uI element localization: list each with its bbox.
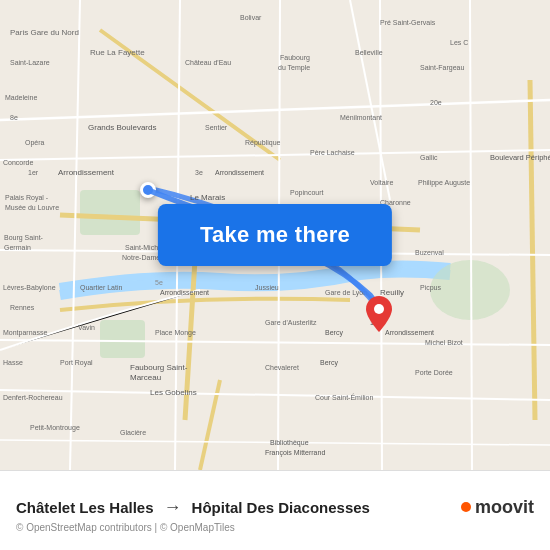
svg-text:Bercy: Bercy [325, 329, 343, 337]
svg-text:Les C: Les C [450, 39, 468, 46]
route-row: Châtelet Les Halles → Hôpital Des Diacon… [0, 489, 550, 522]
svg-text:Marceau: Marceau [130, 373, 161, 382]
svg-text:Gallic: Gallic [420, 154, 438, 161]
map-container: Paris Gare du Nord Bolivar Pré Saint-Ger… [0, 0, 550, 470]
svg-text:Opéra: Opéra [25, 139, 45, 147]
copyright-text: © OpenStreetMap contributors | © OpenMap… [16, 522, 235, 533]
svg-text:Gare de Lyon: Gare de Lyon [325, 289, 367, 297]
destination-label: Hôpital Des Diaconesses [192, 499, 370, 516]
svg-rect-3 [100, 320, 145, 358]
svg-text:Arrondissement: Arrondissement [160, 289, 209, 296]
svg-text:Jussieu: Jussieu [255, 284, 279, 291]
svg-point-2 [430, 260, 510, 320]
svg-text:3e: 3e [195, 169, 203, 176]
svg-text:Montparnasse: Montparnasse [3, 329, 47, 337]
svg-text:Bibliothèque: Bibliothèque [270, 439, 309, 447]
svg-text:20e: 20e [430, 99, 442, 106]
svg-text:Notre-Dame: Notre-Dame [122, 254, 160, 261]
svg-text:1er: 1er [28, 169, 39, 176]
svg-text:Père Lachaise: Père Lachaise [310, 149, 355, 156]
take-me-there-button[interactable]: Take me there [158, 204, 392, 266]
footer: Châtelet Les Halles → Hôpital Des Diacon… [0, 470, 550, 550]
svg-text:8e: 8e [10, 114, 18, 121]
copyright-row: © OpenStreetMap contributors | © OpenMap… [0, 522, 550, 533]
svg-text:Michel Bizot: Michel Bizot [425, 339, 463, 346]
arrow-icon: → [164, 497, 182, 518]
svg-text:Boulevard Périphérique Intérie: Boulevard Périphérique Intérieur [490, 153, 550, 162]
origin-dot [140, 182, 156, 198]
moovit-dot-icon [461, 502, 471, 512]
svg-text:Arrondissement: Arrondissement [58, 168, 115, 177]
svg-text:Bercy: Bercy [320, 359, 338, 367]
button-overlay: Take me there [158, 204, 392, 266]
svg-text:Arrondissement: Arrondissement [215, 169, 264, 176]
svg-text:Popincourt: Popincourt [290, 189, 324, 197]
moovit-brand: moovit [475, 497, 534, 518]
svg-text:Lèvres-Babylone: Lèvres-Babylone [3, 284, 56, 292]
svg-text:Chevaleret: Chevaleret [265, 364, 299, 371]
svg-text:Place Monge: Place Monge [155, 329, 196, 337]
moovit-logo: moovit [461, 497, 534, 518]
svg-text:Musée du Louvre: Musée du Louvre [5, 204, 59, 211]
svg-text:Paris Gare du Nord: Paris Gare du Nord [10, 28, 79, 37]
svg-text:Vavin: Vavin [78, 324, 95, 331]
svg-text:Port Royal: Port Royal [60, 359, 93, 367]
svg-text:Concorde: Concorde [3, 159, 33, 166]
svg-text:Buzenval: Buzenval [415, 249, 444, 256]
destination-pin [366, 296, 392, 336]
svg-text:Le Marais: Le Marais [190, 193, 225, 202]
svg-text:Quartier Latin: Quartier Latin [80, 284, 123, 292]
origin-label: Châtelet Les Halles [16, 499, 154, 516]
svg-text:Pré Saint-Gervais: Pré Saint-Gervais [380, 19, 436, 26]
svg-text:5e: 5e [155, 279, 163, 286]
svg-text:Les Gobelins: Les Gobelins [150, 388, 197, 397]
svg-text:Porte Dorée: Porte Dorée [415, 369, 453, 376]
svg-text:Saint-Lazare: Saint-Lazare [10, 59, 50, 66]
svg-text:Arrondissement: Arrondissement [385, 329, 434, 336]
svg-text:Madeleine: Madeleine [5, 94, 37, 101]
svg-text:Faubourg: Faubourg [280, 54, 310, 62]
svg-text:Rennes: Rennes [10, 304, 35, 311]
svg-text:Denfert-Rochereau: Denfert-Rochereau [3, 394, 63, 401]
svg-text:Rue La Fayette: Rue La Fayette [90, 48, 145, 57]
svg-text:François Mitterrand: François Mitterrand [265, 449, 325, 457]
svg-text:Philippe Auguste: Philippe Auguste [418, 179, 470, 187]
svg-text:Germain: Germain [4, 244, 31, 251]
svg-text:Faubourg Saint-: Faubourg Saint- [130, 363, 188, 372]
svg-text:Belleville: Belleville [355, 49, 383, 56]
svg-text:Bourg Saint-: Bourg Saint- [4, 234, 44, 242]
svg-text:Hasse: Hasse [3, 359, 23, 366]
svg-text:Petit-Montrouge: Petit-Montrouge [30, 424, 80, 432]
svg-text:Bolivar: Bolivar [240, 14, 262, 21]
svg-text:Sentier: Sentier [205, 124, 228, 131]
svg-rect-1 [80, 190, 140, 235]
svg-point-89 [374, 304, 384, 314]
svg-text:Voltaire: Voltaire [370, 179, 393, 186]
svg-text:Cour Saint-Émilion: Cour Saint-Émilion [315, 393, 373, 401]
svg-text:Grands Boulevards: Grands Boulevards [88, 123, 156, 132]
svg-text:Château d'Eau: Château d'Eau [185, 59, 231, 66]
svg-text:Ménilmontant: Ménilmontant [340, 114, 382, 121]
svg-text:Glacière: Glacière [120, 429, 146, 436]
svg-text:du Temple: du Temple [278, 64, 310, 72]
svg-text:Picpus: Picpus [420, 284, 442, 292]
svg-text:République: République [245, 139, 281, 147]
svg-text:Palais Royal -: Palais Royal - [5, 194, 49, 202]
svg-text:Saint-Fargeau: Saint-Fargeau [420, 64, 464, 72]
svg-text:Gare d'Austerlitz: Gare d'Austerlitz [265, 319, 317, 326]
